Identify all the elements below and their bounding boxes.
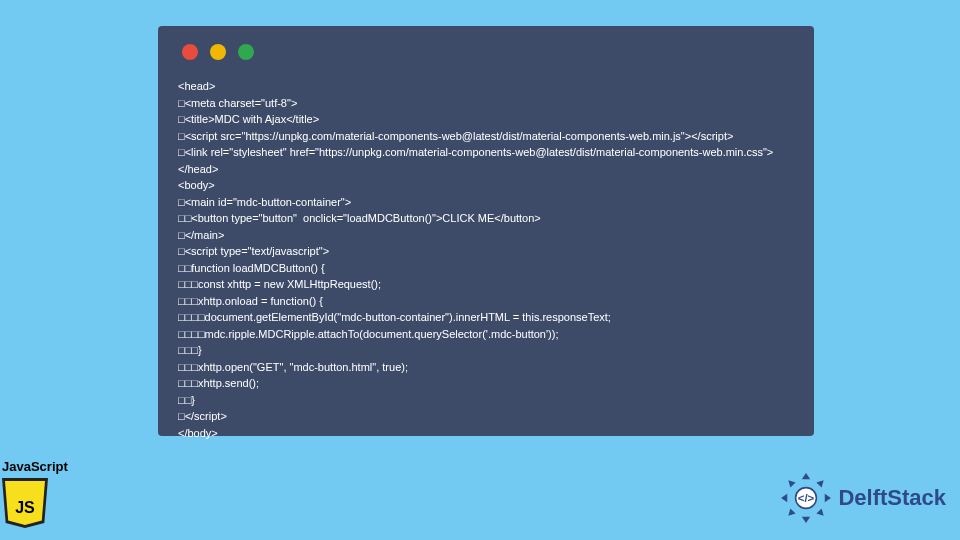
svg-marker-5 xyxy=(789,480,796,487)
delftstack-logo-icon: </> xyxy=(780,472,832,524)
svg-marker-3 xyxy=(781,494,787,502)
svg-marker-8 xyxy=(817,508,824,515)
brand-footer: </> DelftStack xyxy=(780,472,946,524)
svg-marker-7 xyxy=(789,508,796,515)
javascript-shield-text: JS xyxy=(15,499,35,517)
svg-marker-4 xyxy=(825,494,831,502)
close-icon xyxy=(182,44,198,60)
javascript-label: JavaScript xyxy=(2,459,74,474)
code-window: <head> □<meta charset="utf-8"> □<title>M… xyxy=(158,26,814,436)
window-traffic-lights xyxy=(182,44,794,60)
javascript-badge: JavaScript JS xyxy=(2,459,74,528)
brand-name: DelftStack xyxy=(838,485,946,511)
svg-marker-2 xyxy=(802,517,810,523)
minimize-icon xyxy=(210,44,226,60)
maximize-icon xyxy=(238,44,254,60)
svg-marker-1 xyxy=(802,473,810,479)
code-block: <head> □<meta charset="utf-8"> □<title>M… xyxy=(178,78,794,441)
svg-marker-6 xyxy=(817,480,824,487)
javascript-shield-icon: JS xyxy=(2,478,48,528)
svg-text:</>: </> xyxy=(798,492,815,504)
